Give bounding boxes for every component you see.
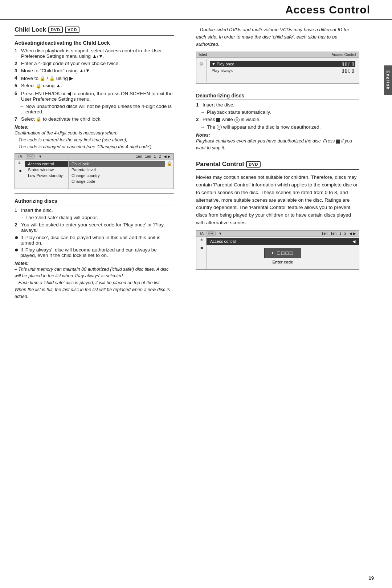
bullet-1: ● If 'Play once', disc can be played whe… bbox=[15, 235, 174, 246]
notes-block-3: Notes: Playback continues even after you… bbox=[196, 133, 359, 152]
step-2: 2 Enter a 4-digit code of your own choic… bbox=[15, 61, 174, 66]
ec-counter-1: 1 bbox=[339, 231, 342, 235]
lock-icon-4: 🔒 bbox=[36, 117, 41, 122]
ec-ta-label: TA bbox=[199, 231, 204, 235]
ec-back-icon: ◀ bbox=[200, 246, 203, 250]
auth-step-2-num: 2 bbox=[15, 222, 21, 227]
bullet-icon-2: ● bbox=[15, 246, 20, 253]
parental-heading: Parental Control DVD bbox=[196, 161, 359, 170]
ac-topbar: lsted Access Control bbox=[196, 52, 359, 58]
ac-left-icons: ☺ bbox=[196, 59, 207, 82]
deauth-step-1: 1 Insert the disc. bbox=[196, 102, 359, 108]
screen-topbar-1: TA DVD ▼ 1en 1en 1 2 ◀ ▶ bbox=[15, 154, 173, 160]
parental-dvd-badge: DVD bbox=[246, 161, 261, 168]
play-always-brackets: [] [] [] [] bbox=[342, 68, 354, 73]
step-4: 4 Move to 🔒 / 🔒 using ▶. bbox=[15, 75, 174, 81]
auth-steps-list: 1 Insert the disc. bbox=[15, 208, 174, 213]
auth-step-2-text: You will be asked to enter your secret c… bbox=[21, 222, 174, 233]
ec-nav: ◀ ▶ bbox=[349, 231, 356, 235]
auth-arrow-1: → The 'child safe' dialog will appear. bbox=[19, 215, 174, 220]
deauth-arrow-1: → Playback starts automatically. bbox=[200, 109, 359, 115]
screen-body-1: ② ◀ Access control Status window Low Pow… bbox=[15, 160, 173, 189]
ec-left-icons: ② ◀ bbox=[196, 237, 207, 269]
ta-label: TA bbox=[18, 154, 22, 158]
ec-counter-1en-b: 1en bbox=[330, 231, 336, 235]
child-lock-title: Child Lock bbox=[15, 26, 46, 33]
step-3: 3 Move to "Child lock" using ▲/▼. bbox=[15, 68, 174, 73]
play-once-row: ▼ Play once [] [] [] [] bbox=[210, 61, 355, 67]
counter-1en-b: 1en bbox=[145, 154, 151, 158]
counter-1en-a: 1en bbox=[136, 154, 142, 158]
notes-text-2: – This unit memory can maintain 80 autho… bbox=[15, 266, 174, 300]
arrow-icon-4: → bbox=[200, 124, 205, 130]
ec-topbar-left: TA DVD ▼ bbox=[199, 231, 222, 235]
lock-icon-3: 🔒 bbox=[36, 84, 41, 89]
auth-step-2-row: 2 You will be asked to enter your secret… bbox=[15, 222, 174, 233]
left-column: Child Lock DVD VCD Activating/deactivati… bbox=[0, 20, 185, 310]
bullet-icon-1: ● bbox=[15, 234, 20, 241]
ec-menu-label: Access control bbox=[210, 239, 236, 244]
submenu-column: Child lock Parental level Change country… bbox=[69, 160, 165, 189]
parental-text: Movies may contain scenes not suitable f… bbox=[196, 174, 359, 227]
notes-title-2: Notes: bbox=[15, 261, 174, 266]
authorizing-heading: Authorizing discs bbox=[15, 198, 174, 205]
dvd-badge: DVD bbox=[48, 27, 63, 33]
deauth-arrow-2: → The ☺ will appear and the disc is now … bbox=[200, 124, 359, 130]
ec-code-area: • □□□□ Enter code bbox=[207, 245, 359, 267]
submenu-code: Change code bbox=[69, 178, 165, 184]
notes-text-1: Confirmation of the 4-digit code is nece… bbox=[15, 130, 174, 150]
page-number: 19 bbox=[369, 575, 374, 581]
circle-icon: ② bbox=[18, 161, 21, 165]
screen-mockup-1: TA DVD ▼ 1en 1en 1 2 ◀ ▶ ② ◀ bbox=[15, 153, 174, 189]
menu-column: Access control Status window Low Power s… bbox=[25, 160, 69, 189]
play-once-brackets: [] [] [] [] bbox=[342, 62, 354, 66]
counter-1: 1 bbox=[154, 154, 156, 158]
ec-code-dots: • □□□□ bbox=[264, 248, 302, 258]
ac-body: ☺ ▼ Play once [] [] [] [] Play always []… bbox=[196, 58, 359, 83]
submenu-child-lock: Child lock bbox=[69, 161, 165, 167]
topbar-icons: TA DVD ▼ bbox=[18, 154, 42, 158]
main-content: Child Lock DVD VCD Activating/deactivati… bbox=[0, 20, 392, 310]
screen-center: Access control Status window Low Power s… bbox=[25, 160, 165, 189]
ec-disc-icon: DVD bbox=[207, 231, 216, 235]
arrow-down: ▼ bbox=[38, 154, 42, 158]
ec-body: ② ◀ Access control ◀ • □□□□ Enter code bbox=[196, 237, 359, 269]
ec-arrow-down: ▼ bbox=[219, 231, 222, 235]
ec-menu-bar: Access control ◀ bbox=[207, 238, 359, 245]
nav-arrows: ◀ ▶ bbox=[164, 154, 171, 158]
submenu-country: Change country bbox=[69, 173, 165, 178]
smiley-icon-2: ☺ bbox=[234, 117, 240, 122]
ec-num-icon: ② bbox=[200, 238, 203, 242]
play-always-label: Play always bbox=[212, 68, 233, 73]
step-5: 5 Select 🔒 using ▲. bbox=[15, 83, 174, 88]
ec-counter-1en-a: 1en bbox=[322, 231, 328, 235]
lock-icon-screen: 🔒 bbox=[167, 161, 172, 166]
smiley-icon-3: ☺ bbox=[217, 125, 222, 130]
notes-text-3: Playback continues even after you have d… bbox=[196, 138, 359, 152]
page-title: Access Control bbox=[285, 4, 370, 16]
vcd-badge: VCD bbox=[65, 27, 79, 33]
stop-btn-icon bbox=[216, 118, 220, 122]
menu-item-power: Low Power standby bbox=[25, 173, 68, 178]
ec-menu-arrow: ◀ bbox=[352, 239, 355, 244]
notes-title-3: Notes: bbox=[196, 133, 359, 138]
screen-right-icons: 🔒 bbox=[165, 160, 173, 189]
screen-left-icons: ② ◀ bbox=[15, 160, 25, 189]
lock-icon-2: 🔒 bbox=[49, 76, 55, 81]
ac-center: ▼ Play once [] [] [] [] Play always [] [… bbox=[207, 59, 359, 82]
deauth-step-2-row: 2 Press while ☺ is visible. bbox=[196, 117, 359, 122]
counters: 1en 1en 1 2 ◀ ▶ bbox=[136, 154, 171, 158]
notes-block-2: Notes: – This unit memory can maintain 8… bbox=[15, 261, 174, 300]
submenu-parental: Parental level bbox=[69, 167, 165, 173]
divider-2 bbox=[196, 88, 359, 88]
step-7-row: 7 Select 🔒 to deactivate the child lock. bbox=[15, 116, 174, 122]
arrow-icon-3: → bbox=[200, 109, 205, 115]
deauth-step-2-num: 2 bbox=[196, 117, 203, 122]
play-once-label: ▼ Play once bbox=[212, 62, 234, 66]
bullet-2: ● If 'Play always', disc will become aut… bbox=[15, 247, 174, 258]
notes-title-1: Notes: bbox=[15, 125, 174, 130]
deauth-heading: Deauthorizing discs bbox=[196, 93, 359, 100]
counter-2: 2 bbox=[159, 154, 161, 158]
steps-list: 1 When disc playback is stopped, select … bbox=[15, 48, 174, 102]
language-tab: English bbox=[384, 65, 392, 95]
